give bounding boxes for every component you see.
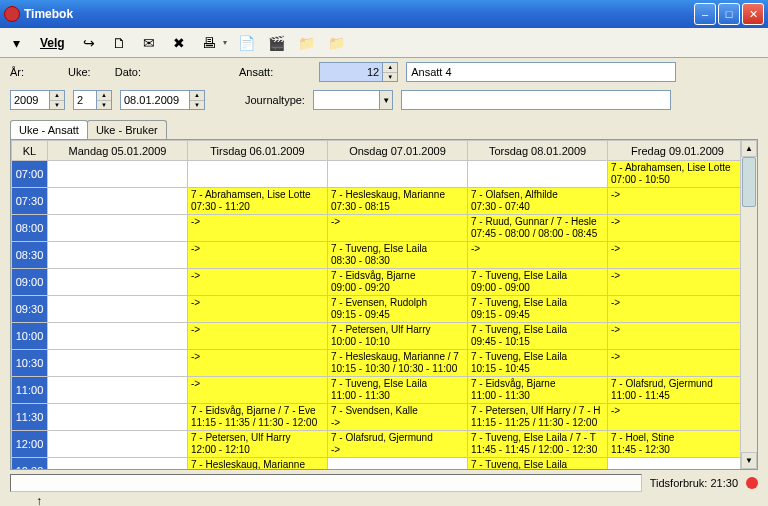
up-icon[interactable]: ▲ <box>383 63 397 73</box>
col-wed[interactable]: Onsdag 07.01.2009 <box>328 141 468 161</box>
tool-icon[interactable]: 🎬 <box>267 33 287 53</box>
col-mon[interactable]: Mandag 05.01.2009 <box>48 141 188 161</box>
schedule-cell[interactable]: -> <box>468 242 608 269</box>
journaltype-field[interactable] <box>314 91 379 109</box>
hour-cell[interactable]: 11:30 <box>12 404 48 431</box>
col-kl[interactable]: KL <box>12 141 48 161</box>
schedule-cell[interactable]: 7 - Tuveng, Else Laila10:15 - 10:45 <box>468 350 608 377</box>
scroll-thumb[interactable] <box>742 157 756 207</box>
ansatt-name-field[interactable] <box>406 62 676 82</box>
vertical-scrollbar[interactable]: ▲ ▼ <box>740 140 757 469</box>
schedule-cell[interactable] <box>48 188 188 215</box>
year-input[interactable]: ▲▼ <box>10 90 65 110</box>
scroll-up-icon[interactable]: ▲ <box>741 140 757 157</box>
hour-cell[interactable]: 08:00 <box>12 215 48 242</box>
schedule-cell[interactable]: 7 - Eidsvåg, Bjarne09:00 - 09:20 <box>328 269 468 296</box>
schedule-cell[interactable]: 7 - Hesleskaug, Marianne12:15 - 12:30 <box>188 458 328 470</box>
new-icon[interactable]: 🗋 <box>109 33 129 53</box>
col-thu[interactable]: Torsdag 08.01.2009 <box>468 141 608 161</box>
schedule-cell[interactable] <box>48 296 188 323</box>
schedule-cell[interactable] <box>48 323 188 350</box>
schedule-cell[interactable]: -> <box>188 242 328 269</box>
hour-cell[interactable]: 09:00 <box>12 269 48 296</box>
schedule-cell[interactable]: 7 - Olafsen, Alfhilde07:30 - 07:40 <box>468 188 608 215</box>
journaltype-combo[interactable]: ▼ <box>313 90 393 110</box>
copy-icon[interactable]: 📄 <box>237 33 257 53</box>
up-icon[interactable]: ▲ <box>190 91 204 101</box>
schedule-cell[interactable]: 7 - Tuveng, Else Laila09:15 - 09:45 <box>468 296 608 323</box>
schedule-cell[interactable] <box>48 242 188 269</box>
schedule-cell[interactable]: -> <box>188 269 328 296</box>
schedule-cell[interactable]: 7 - Olafsrud, Gjermund-> <box>328 431 468 458</box>
schedule-cell[interactable]: -> <box>188 323 328 350</box>
combo-dropdown-icon[interactable]: ▼ <box>379 91 392 109</box>
schedule-cell[interactable]: 7 - Svendsen, Kalle-> <box>328 404 468 431</box>
schedule-cell[interactable]: -> <box>608 350 741 377</box>
schedule-cell[interactable] <box>48 431 188 458</box>
hour-cell[interactable]: 07:00 <box>12 161 48 188</box>
tab-uke-bruker[interactable]: Uke - Bruker <box>87 120 167 139</box>
schedule-cell[interactable] <box>48 350 188 377</box>
schedule-cell[interactable]: -> <box>188 350 328 377</box>
up-icon[interactable]: ▲ <box>50 91 64 101</box>
schedule-cell[interactable] <box>48 161 188 188</box>
folder2-icon[interactable]: 📁 <box>327 33 347 53</box>
ansatt-number-input[interactable]: ▲▼ <box>319 62 398 82</box>
schedule-cell[interactable]: 7 - Hoel, Stine11:45 - 12:30 <box>608 431 741 458</box>
schedule-cell[interactable]: -> <box>608 269 741 296</box>
hour-cell[interactable]: 10:30 <box>12 350 48 377</box>
folder1-icon[interactable]: 📁 <box>297 33 317 53</box>
hour-cell[interactable]: 09:30 <box>12 296 48 323</box>
down-icon[interactable]: ▼ <box>190 101 204 110</box>
schedule-cell[interactable]: 7 - Ruud, Gunnar / 7 - Hesle07:45 - 08:0… <box>468 215 608 242</box>
minimize-button[interactable]: – <box>694 3 716 25</box>
schedule-cell[interactable] <box>48 269 188 296</box>
schedule-cell[interactable]: 7 - Hesleskaug, Marianne07:30 - 08:15 <box>328 188 468 215</box>
velg-menu[interactable]: Velg <box>36 34 69 52</box>
year-field[interactable] <box>11 91 49 109</box>
exit-icon[interactable]: ↪ <box>79 33 99 53</box>
uke-field[interactable] <box>74 91 96 109</box>
schedule-cell[interactable] <box>328 161 468 188</box>
schedule-cell[interactable]: 7 - Evensen, Rudolph09:15 - 09:45 <box>328 296 468 323</box>
schedule-cell[interactable]: 7 - Abrahamsen, Lise Lotte07:00 - 10:50 <box>608 161 741 188</box>
schedule-cell[interactable]: -> <box>608 323 741 350</box>
print-icon[interactable]: 🖶 <box>199 33 219 53</box>
schedule-cell[interactable]: 7 - Petersen, Ulf Harry12:00 - 12:10 <box>188 431 328 458</box>
down-icon[interactable]: ▼ <box>50 101 64 110</box>
hour-cell[interactable]: 07:30 <box>12 188 48 215</box>
schedule-cell[interactable]: 7 - Petersen, Ulf Harry10:00 - 10:10 <box>328 323 468 350</box>
schedule-cell[interactable]: -> <box>608 296 741 323</box>
schedule-cell[interactable] <box>48 458 188 470</box>
schedule-cell[interactable]: 7 - Eidsvåg, Bjarne / 7 - Eve11:15 - 11:… <box>188 404 328 431</box>
dato-input[interactable]: ▲▼ <box>120 90 205 110</box>
up-icon[interactable]: ▲ <box>97 91 111 101</box>
hour-cell[interactable]: 08:30 <box>12 242 48 269</box>
tab-uke-ansatt[interactable]: Uke - Ansatt <box>10 120 88 139</box>
close-button[interactable]: ✕ <box>742 3 764 25</box>
schedule-cell[interactable]: -> <box>328 215 468 242</box>
schedule-cell[interactable]: 7 - Tuveng, Else Laila08:30 - 08:30 <box>328 242 468 269</box>
schedule-cell[interactable] <box>48 215 188 242</box>
delete-icon[interactable]: ✖ <box>169 33 189 53</box>
schedule-cell[interactable] <box>328 458 468 470</box>
journaltype-desc-field[interactable] <box>401 90 671 110</box>
schedule-cell[interactable]: 7 - Tuveng, Else Laila12:30 - 13:00 <box>468 458 608 470</box>
schedule-cell[interactable] <box>48 377 188 404</box>
schedule-cell[interactable]: 7 - Tuveng, Else Laila09:45 - 10:15 <box>468 323 608 350</box>
schedule-cell[interactable]: -> <box>188 215 328 242</box>
maximize-button[interactable]: □ <box>718 3 740 25</box>
hour-cell[interactable]: 12:30 <box>12 458 48 470</box>
hour-cell[interactable]: 11:00 <box>12 377 48 404</box>
col-tue[interactable]: Tirsdag 06.01.2009 <box>188 141 328 161</box>
uke-input[interactable]: ▲▼ <box>73 90 112 110</box>
print-dropdown[interactable]: ▾ <box>223 38 227 47</box>
mail-icon[interactable]: ✉ <box>139 33 159 53</box>
scroll-track[interactable] <box>741 157 757 452</box>
down-icon[interactable]: ▼ <box>97 101 111 110</box>
hour-cell[interactable]: 10:00 <box>12 323 48 350</box>
col-fri[interactable]: Fredag 09.01.2009 <box>608 141 741 161</box>
scroll-down-icon[interactable]: ▼ <box>741 452 757 469</box>
schedule-cell[interactable]: -> <box>608 215 741 242</box>
schedule-cell[interactable]: 7 - Hesleskaug, Marianne / 710:15 - 10:3… <box>328 350 468 377</box>
